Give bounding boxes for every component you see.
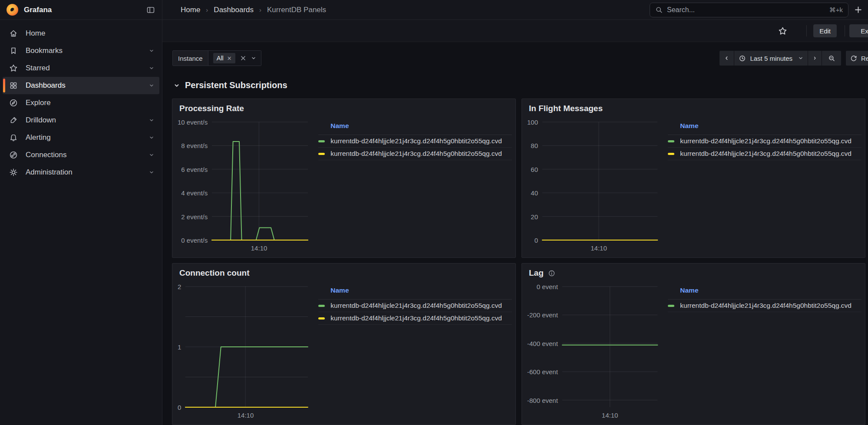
remove-value-icon[interactable]: ✕ [227,55,232,62]
time-controls: Last 5 minutes Refresh [719,51,868,66]
star-dashboard-icon[interactable] [778,26,787,36]
legend-row[interactable]: kurrentdb-d24f4hljjcle21j4r3cg.d24f4h5g0… [318,135,512,148]
sidebar-item-dashboards[interactable]: Dashboards [3,77,159,94]
panel-processing-rate: Processing Rate 10 event/s10 event/s8 ev… [172,99,516,258]
series-swatch [668,153,674,155]
plot-area[interactable]: 14:10 [562,287,657,407]
breadcrumb-home[interactable]: Home [181,6,200,14]
panel-title[interactable]: Processing Rate [179,104,244,113]
time-shift-back-button[interactable] [719,51,734,66]
series-swatch [668,140,674,142]
search-placeholder: Search... [667,6,695,14]
series-name: kurrentdb-d24f4hljjcle21j4r3cg.d24f4h5g0… [680,137,851,145]
chevron-down-icon [798,56,803,61]
time-shift-forward-button[interactable] [808,51,822,66]
chevron-down-icon [149,152,154,158]
sidebar-item-starred[interactable]: Starred [3,59,159,77]
search-input[interactable]: Search... ⌘+k [650,3,848,17]
instance-variable-value[interactable]: All ✕ [208,51,261,66]
clear-all-icon[interactable] [240,55,246,61]
series-swatch [318,140,325,142]
series-name: kurrentdb-d24f4hljjcle21j4r3cg.d24f4h5g0… [330,314,502,322]
x-axis-label: 14:10 [238,412,254,419]
panel-title[interactable]: In Flight Messages [529,104,603,113]
home-icon [9,29,18,38]
sidebar-item-connections[interactable]: Connections [3,146,159,164]
instance-variable-label: Instance [173,51,208,66]
dashboard-actions-bar: Edit Export [162,20,868,42]
series-name: kurrentdb-d24f4hljjcle21j4r3cg.d24f4h5g0… [330,137,502,145]
chevron-down-icon [174,82,180,89]
refresh-button[interactable]: Refresh [846,51,868,66]
legend-row[interactable]: kurrentdb-d24f4hljjcle21j4r3cg.d24f4h5g0… [318,300,512,312]
dashboard-toolbar: Instance All ✕ Last 5 minutes [172,51,868,66]
sidebar-item-drilldown[interactable]: Drilldown [3,112,159,129]
legend-row[interactable]: kurrentdb-d24f4hljjcle21j4r3cg.d24f4h5g0… [668,148,861,160]
series-name: kurrentdb-d24f4hljjcle21j4r3cg.d24f4h5g0… [680,150,851,158]
time-series-chart: -200 event0 event-200 event-400 event-60… [527,287,657,407]
brand-title: Grafana [24,6,52,14]
sidebar-item-bookmarks[interactable]: Bookmarks [3,42,159,59]
time-range-label: Last 5 minutes [750,55,792,62]
sidebar-item-home[interactable]: Home [3,25,159,42]
sidebar-item-label: Administration [26,168,73,177]
export-button[interactable]: Export [849,24,868,37]
legend-table: Name kurrentdb-d24f4hljjcle21j4r3cg.d24f… [318,122,512,240]
zoom-out-time-button[interactable] [822,51,841,66]
series-name: kurrentdb-d24f4hljjcle21j4r3cg.d24f4h5g0… [330,302,502,310]
chevron-down-icon [149,48,154,53]
link-circle-icon [9,151,18,159]
sidebar-item-label: Home [26,29,45,38]
legend-header-name[interactable]: Name [668,122,861,135]
plot-area[interactable]: 14:10 [185,287,308,407]
y-axis: -200 event0 event-200 event-400 event-60… [527,287,562,407]
panel-connection-count: Connection count 2210 14:10 Name kurrent… [172,263,516,425]
legend-row[interactable]: kurrentdb-d24f4hljjcle21j4r3cg.d24f4h5g0… [318,312,512,325]
sidebar-item-administration[interactable]: Administration [3,164,159,181]
panel-title[interactable]: Lag [529,268,555,278]
legend-header-name[interactable]: Name [668,287,861,300]
sidebar-item-explore[interactable]: Explore [3,94,159,112]
divider [806,25,807,36]
legend-header-name[interactable]: Name [318,122,512,135]
row-persistent-subscriptions[interactable]: Persistent Subscriptions [174,80,287,90]
chevron-down-icon [149,135,154,140]
panel-body: 100100806040200 14:10 Name kurrentdb-d24… [527,122,861,240]
series-swatch [318,317,325,320]
series-name: kurrentdb-d24f4hljjcle21j4r3cg.d24f4h5g0… [330,150,502,158]
chevron-down-icon [149,83,154,88]
chevron-down-icon[interactable] [251,56,256,61]
legend-table: Name kurrentdb-d24f4hljjcle21j4r3cg.d24f… [668,122,861,240]
time-series-chart: 2210 14:10 [178,287,308,407]
time-series-chart: 100100806040200 14:10 [527,122,657,240]
add-plus-icon[interactable] [855,6,862,13]
sidebar-item-alerting[interactable]: Alerting [3,129,159,146]
sidebar-item-label: Explore [26,99,51,107]
plot-area[interactable]: 14:10 [212,122,308,240]
legend-table: Name kurrentdb-d24f4hljjcle21j4r3cg.d24f… [318,287,512,407]
legend-row[interactable]: kurrentdb-d24f4hljjcle21j4r3cg.d24f4h5g0… [318,148,512,160]
series-swatch [668,305,674,307]
info-icon[interactable] [548,270,555,277]
time-series-chart: 10 event/s10 event/s8 event/s6 event/s4 … [178,122,308,240]
edit-button[interactable]: Edit [813,24,837,37]
breadcrumb-dashboards[interactable]: Dashboards [214,6,254,14]
dock-sidebar-icon[interactable] [146,6,155,14]
time-range-picker[interactable]: Last 5 minutes [734,51,808,66]
series-swatch [318,305,325,307]
legend-row[interactable]: kurrentdb-d24f4hljjcle21j4r3cg.d24f4h5g0… [668,135,861,148]
breadcrumb-separator: › [259,6,261,13]
apps-grid-icon [9,81,18,90]
legend-row[interactable]: kurrentdb-d24f4hljjcle21j4r3cg.d24f4h5g0… [668,300,861,312]
panel-title[interactable]: Connection count [179,268,249,278]
legend-header-name[interactable]: Name [318,287,512,300]
x-axis-label: 14:10 [591,244,607,252]
top-bar: Home › Dashboards › KurrentDB Panels Sea… [162,0,868,20]
legend-table: Name kurrentdb-d24f4hljjcle21j4r3cg.d24f… [668,287,861,407]
sidebar-item-label: Alerting [26,133,51,142]
instance-variable: Instance All ✕ [172,50,261,66]
instance-value-chip[interactable]: All ✕ [213,53,235,63]
drilldown-icon [9,116,18,125]
refresh-label: Refresh [861,55,868,62]
plot-area[interactable]: 14:10 [542,122,657,240]
